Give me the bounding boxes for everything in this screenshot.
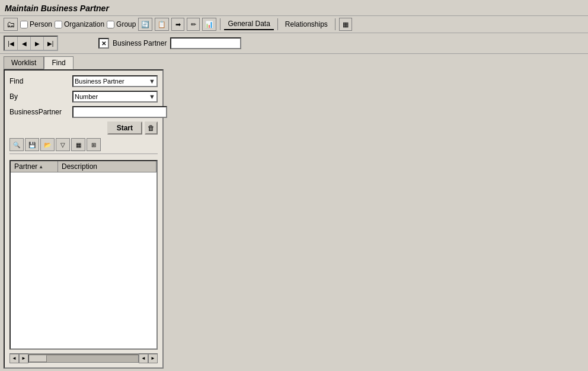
scroll-right-icon: ► — [21, 356, 26, 361]
toolbar-separator-2 — [277, 18, 278, 30]
load-results-button[interactable]: 📂 — [40, 138, 55, 151]
panel-body: Find Business Partner ▼ By Number ▼ — [4, 69, 164, 369]
partner-sort-icon[interactable]: ▲ — [39, 164, 43, 169]
person-checkbox[interactable] — [20, 21, 28, 28]
left-panel: Worklist Find Find Business Partner ▼ — [4, 56, 164, 369]
main-content: Worklist Find Find Business Partner ▼ — [0, 54, 588, 371]
sap-toolbar-icon-3[interactable]: ➡ — [171, 18, 184, 31]
prev-button[interactable]: ◀ — [18, 37, 31, 50]
organization-label: Organization — [64, 20, 104, 28]
tab-find[interactable]: Find — [44, 56, 73, 69]
next-button[interactable]: ▶ — [31, 37, 44, 50]
col-header-partner: Partner ▲ — [11, 161, 58, 172]
delete-button[interactable]: 🗑 — [145, 121, 158, 135]
sap-toolbar-icon-2[interactable]: 📋 — [155, 18, 169, 31]
by-select-value: Number — [75, 93, 98, 100]
bp-field-input[interactable] — [72, 106, 167, 118]
toolbar-separator-1 — [220, 18, 220, 30]
load-results-icon: 📂 — [44, 142, 51, 148]
person-nav-item[interactable]: Person — [20, 20, 52, 28]
by-select[interactable]: Number ▼ — [72, 91, 158, 103]
find-row: Find Business Partner ▼ — [9, 75, 158, 87]
search-results-icon: 🔍 — [13, 142, 20, 148]
scroll-right2-button[interactable]: ◄ — [139, 354, 148, 363]
main-toolbar: 🗂 Person Organization Group 🔄 📋 ➡ ✏ — [0, 16, 588, 33]
nav-arrows-group: |◀ ◀ ▶ ▶| — [4, 36, 58, 51]
app-icon-button[interactable]: 🗂 — [4, 18, 18, 31]
organization-checkbox[interactable] — [55, 21, 62, 28]
results-table-body — [11, 172, 156, 303]
filter-results-button[interactable]: ▽ — [56, 138, 70, 151]
tab-worklist[interactable]: Worklist — [4, 56, 44, 69]
last-icon: ▶| — [47, 40, 54, 47]
group-checkbox[interactable] — [107, 21, 114, 28]
grid-icon: ▦ — [343, 21, 349, 28]
export-button[interactable]: ⊞ — [87, 138, 101, 151]
last-button[interactable]: ▶| — [44, 37, 57, 50]
organization-nav-item[interactable]: Organization — [55, 20, 104, 28]
bp-checkbox-icon: ✕ — [98, 38, 109, 49]
person-label: Person — [30, 20, 52, 28]
bp-field-label: BusinessPartner — [9, 108, 69, 116]
nav-row: |◀ ◀ ▶ ▶| ✕ Business Partner — [0, 33, 588, 54]
save-results-button[interactable]: 💾 — [25, 138, 39, 151]
tab-worklist-label: Worklist — [11, 59, 36, 67]
tab-find-label: Find — [52, 59, 65, 67]
sap-icon-1: 🔄 — [141, 21, 149, 28]
relationships-link[interactable]: Relationships — [282, 19, 331, 30]
search-results-button[interactable]: 🔍 — [9, 138, 24, 151]
by-label: By — [9, 92, 69, 101]
app-icon: 🗂 — [7, 20, 15, 29]
group-nav-item[interactable]: Group — [107, 20, 136, 28]
col-header-description: Description — [58, 161, 156, 172]
columns-button[interactable]: ▦ — [71, 138, 85, 151]
bp-label: Business Partner — [113, 39, 167, 47]
bp-input-row: BusinessPartner — [9, 106, 158, 118]
scroll-right2-icon: ◄ — [141, 356, 146, 361]
h-scroll-thumb[interactable] — [29, 355, 47, 362]
find-select-arrow-icon: ▼ — [149, 78, 155, 85]
first-icon: |◀ — [8, 40, 14, 47]
results-table: Partner ▲ Description — [9, 160, 158, 350]
tab-bar: Worklist Find — [4, 56, 164, 69]
scroll-left-icon: ◄ — [12, 356, 17, 361]
next-icon: ▶ — [35, 40, 40, 47]
right-panel — [167, 56, 584, 369]
sap-toolbar-icon-1[interactable]: 🔄 — [138, 18, 152, 31]
sap-icon-5: 📊 — [205, 21, 213, 28]
title-bar: Maintain Business Partner — [0, 0, 588, 16]
sap-toolbar-icon-5[interactable]: 📊 — [202, 18, 216, 31]
find-select-value: Business Partner — [75, 78, 124, 85]
bp-input[interactable] — [170, 37, 241, 49]
export-icon: ⊞ — [91, 142, 96, 148]
col-partner-label: Partner — [14, 162, 37, 171]
h-scroll-track[interactable] — [28, 354, 139, 363]
scroll-right3-icon: ► — [151, 356, 155, 361]
scroll-left-button[interactable]: ◄ — [9, 354, 19, 363]
col-description-label: Description — [62, 162, 97, 171]
grid-view-button[interactable]: ▦ — [339, 18, 352, 31]
find-select[interactable]: Business Partner ▼ — [72, 75, 158, 87]
results-table-header: Partner ▲ Description — [11, 161, 156, 172]
sap-toolbar-icon-4[interactable]: ✏ — [187, 18, 200, 31]
toolbar-separator-3 — [335, 18, 335, 30]
bp-x-icon: ✕ — [101, 40, 106, 47]
main-window: Maintain Business Partner 🗂 Person Organ… — [0, 0, 588, 371]
sap-icon-2: 📋 — [158, 21, 166, 28]
button-row: Start 🗑 — [9, 121, 158, 135]
save-results-icon: 💾 — [28, 142, 36, 148]
sap-icon-3: ➡ — [175, 21, 181, 28]
page-title: Maintain Business Partner — [5, 4, 583, 13]
start-button[interactable]: Start — [107, 121, 142, 135]
group-label: Group — [116, 20, 136, 28]
h-scroll-bar: ◄ ► ◄ ► — [9, 353, 158, 363]
by-row: By Number ▼ — [9, 91, 158, 103]
find-label: Find — [9, 77, 69, 85]
scroll-right-button[interactable]: ► — [19, 354, 28, 363]
results-toolbar: 🔍 💾 📂 ▽ ▦ ⊞ — [9, 138, 158, 154]
general-data-link[interactable]: General Data — [224, 18, 273, 30]
by-select-arrow-icon: ▼ — [149, 93, 155, 100]
filter-results-icon: ▽ — [60, 142, 65, 148]
scroll-right3-button[interactable]: ► — [148, 354, 158, 363]
first-button[interactable]: |◀ — [5, 37, 18, 50]
